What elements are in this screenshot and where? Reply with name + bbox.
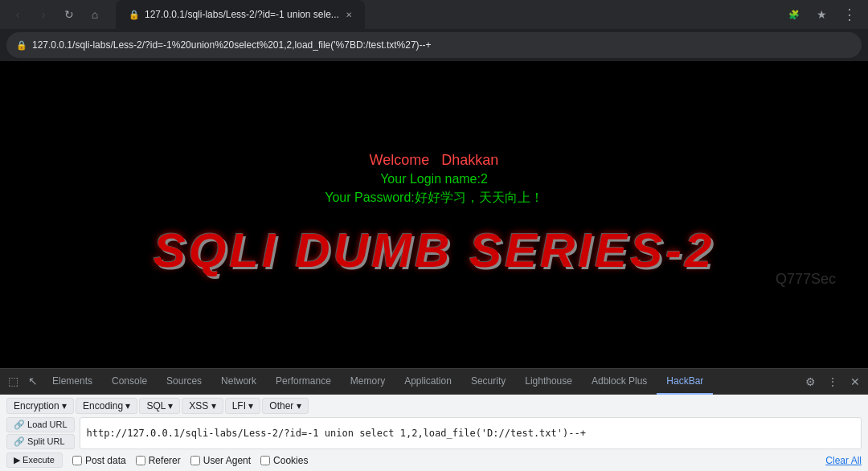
url-input[interactable]: 127.0.0.1/sqli-labs/Less-2/?id=-1%20unio… bbox=[32, 39, 852, 51]
address-bar-row: 🔒 127.0.0.1/sqli-labs/Less-2/?id=-1%20un… bbox=[0, 29, 868, 61]
encryption-label: Encryption ▾ bbox=[14, 400, 67, 412]
hackbar-menu: Encryption ▾ Encoding ▾ SQL ▾ XSS ▾ LFI … bbox=[6, 398, 862, 414]
main-content: Welcome Dhakkan Your Login name:2 Your P… bbox=[0, 61, 868, 368]
devtools-icon-cursor[interactable]: ↖ bbox=[23, 369, 43, 395]
split-url-button[interactable]: 🔗 Split URL bbox=[6, 434, 75, 449]
tab-lighthouse[interactable]: Lighthouse bbox=[515, 369, 582, 395]
referer-checkbox[interactable] bbox=[136, 456, 145, 465]
hackbar-url-row: 🔗 Load URL 🔗 Split URL bbox=[6, 417, 862, 449]
hackbar-sql-menu[interactable]: SQL ▾ bbox=[139, 398, 180, 414]
home-button[interactable]: ⌂ bbox=[84, 3, 106, 26]
sql-label: SQL ▾ bbox=[146, 400, 173, 412]
extensions-icon[interactable]: 🧩 bbox=[781, 2, 807, 27]
other-label: Other ▾ bbox=[269, 400, 301, 412]
welcome-message: Welcome Dhakkan bbox=[370, 152, 499, 169]
tab-elements[interactable]: Elements bbox=[43, 369, 102, 395]
browser-toolbar-icons: 🧩 ★ ⋮ bbox=[781, 2, 862, 27]
lock-icon: 🔒 bbox=[16, 40, 27, 51]
execute-button[interactable]: ▶ Execute bbox=[6, 453, 63, 468]
devtools-toolbar-icons: ⚙ ⋮ ✕ bbox=[800, 372, 865, 391]
post-data-checkbox-group: Post data bbox=[72, 455, 126, 466]
tab-sources[interactable]: Sources bbox=[157, 369, 211, 395]
main-wrapper: Welcome Dhakkan Your Login name:2 Your P… bbox=[0, 61, 868, 368]
devtools-close-icon[interactable]: ✕ bbox=[845, 372, 865, 391]
tab-application[interactable]: Application bbox=[395, 369, 461, 395]
tab-performance[interactable]: Performance bbox=[266, 369, 341, 395]
tab-network[interactable]: Network bbox=[211, 369, 266, 395]
clear-all-button[interactable]: Clear All bbox=[825, 455, 862, 466]
cookies-checkbox[interactable] bbox=[260, 456, 270, 465]
lfi-label: LFI ▾ bbox=[232, 400, 254, 412]
post-data-checkbox[interactable] bbox=[72, 456, 82, 465]
hackbar-encryption-menu[interactable]: Encryption ▾ bbox=[6, 398, 74, 414]
page-title: SQLI DUMB SERIES-2 bbox=[154, 223, 715, 278]
hackbar-other-menu[interactable]: Other ▾ bbox=[262, 398, 308, 414]
hackbar-url-input[interactable] bbox=[80, 417, 862, 449]
welcome-label: Welcome bbox=[370, 152, 430, 168]
hackbar-encoding-menu[interactable]: Encoding ▾ bbox=[76, 398, 137, 414]
hackbar-area: Encryption ▾ Encoding ▾ SQL ▾ XSS ▾ LFI … bbox=[0, 395, 868, 471]
hackbar-bottom-row: ▶ Execute Post data Referer User Agent C… bbox=[6, 453, 862, 468]
refresh-button[interactable]: ↻ bbox=[58, 3, 80, 26]
tab-adblock-plus[interactable]: Adblock Plus bbox=[582, 369, 657, 395]
devtools-more-icon[interactable]: ⋮ bbox=[823, 372, 842, 391]
address-bar: 🔒 127.0.0.1/sqli-labs/Less-2/?id=-1%20un… bbox=[6, 32, 862, 58]
load-url-button[interactable]: 🔗 Load URL bbox=[6, 417, 75, 432]
tab-memory[interactable]: Memory bbox=[341, 369, 395, 395]
devtools-panel: ⬚ ↖ Elements Console Sources Network Per… bbox=[0, 368, 868, 471]
hackbar-action-buttons: 🔗 Load URL 🔗 Split URL bbox=[6, 417, 75, 449]
back-button[interactable]: ‹ bbox=[6, 3, 29, 26]
tab-security[interactable]: Security bbox=[461, 369, 515, 395]
password-display: Your Password:好好学习，天天向上！ bbox=[325, 190, 542, 207]
tab-hackbar[interactable]: HackBar bbox=[657, 369, 713, 395]
user-agent-checkbox-group: User Agent bbox=[190, 455, 251, 466]
browser-chrome: ‹ › ↻ ⌂ 🔒 127.0.0.1/sqli-labs/Less-2/?id… bbox=[0, 0, 868, 61]
devtools-tab-bar: ⬚ ↖ Elements Console Sources Network Per… bbox=[0, 369, 868, 395]
encoding-label: Encoding ▾ bbox=[83, 400, 130, 412]
tab-favicon: 🔒 bbox=[129, 10, 140, 20]
more-options-icon[interactable]: ⋮ bbox=[836, 2, 862, 27]
tab-bar: ‹ › ↻ ⌂ 🔒 127.0.0.1/sqli-labs/Less-2/?id… bbox=[0, 0, 868, 29]
forward-button[interactable]: › bbox=[32, 3, 55, 26]
cookies-checkbox-group: Cookies bbox=[260, 455, 308, 466]
referer-checkbox-group: Referer bbox=[136, 455, 181, 466]
nav-buttons: ‹ › ↻ ⌂ bbox=[6, 3, 106, 26]
user-agent-label: User Agent bbox=[203, 455, 251, 466]
login-name: Your Login name:2 bbox=[380, 172, 488, 186]
tab-console[interactable]: Console bbox=[102, 369, 157, 395]
hackbar-lfi-menu[interactable]: LFI ▾ bbox=[225, 398, 261, 414]
tab-title: 127.0.0.1/sqli-labs/Less-2/?id=-1 union … bbox=[145, 9, 339, 20]
browser-tab[interactable]: 🔒 127.0.0.1/sqli-labs/Less-2/?id=-1 unio… bbox=[116, 0, 365, 29]
post-data-label: Post data bbox=[85, 455, 126, 466]
xss-label: XSS ▾ bbox=[189, 400, 215, 412]
referer-label: Referer bbox=[149, 455, 181, 466]
user-agent-checkbox[interactable] bbox=[190, 456, 200, 465]
tab-close-button[interactable]: ✕ bbox=[346, 10, 352, 19]
cookies-label: Cookies bbox=[273, 455, 308, 466]
devtools-settings-icon[interactable]: ⚙ bbox=[800, 372, 820, 391]
devtools-icon-inspect[interactable]: ⬚ bbox=[3, 369, 23, 395]
hackbar-xss-menu[interactable]: XSS ▾ bbox=[182, 398, 223, 414]
username-label: Dhakkan bbox=[441, 152, 498, 168]
star-icon[interactable]: ★ bbox=[809, 2, 834, 27]
